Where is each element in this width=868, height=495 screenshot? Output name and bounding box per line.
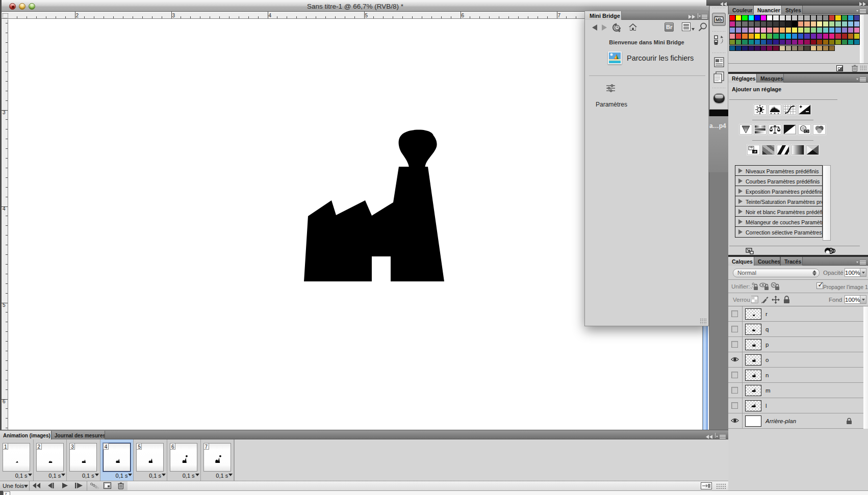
svg-text:Mb: Mb <box>716 17 722 22</box>
